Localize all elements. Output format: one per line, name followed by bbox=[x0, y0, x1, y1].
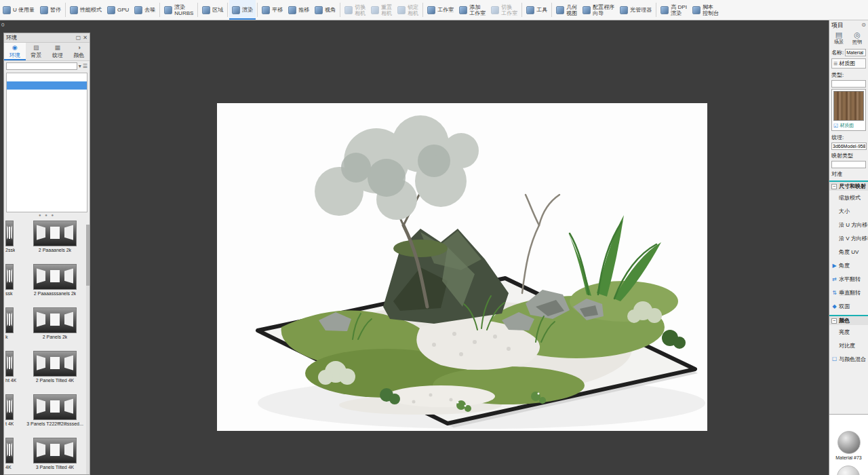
thumbnail-label: 2 Panels Tilted 4K bbox=[36, 378, 74, 383]
close-icon[interactable]: ✕ bbox=[83, 35, 87, 41]
environment-tab[interactable]: ▦ 纹理 bbox=[47, 43, 68, 60]
list-view-icon[interactable]: ☰ bbox=[83, 63, 87, 69]
thumbnail-item[interactable]: 3 Panels Tilted 4K bbox=[20, 436, 90, 475]
toolbar-item[interactable]: 性能模式 bbox=[67, 0, 104, 20]
project-nav-item[interactable]: ▤ 场景 bbox=[831, 31, 846, 45]
collapse-icon[interactable]: − bbox=[831, 318, 837, 324]
thumbnail-item-clipped[interactable]: k bbox=[4, 306, 20, 349]
section-size-mapping[interactable]: − 尺寸和映射 bbox=[829, 180, 868, 191]
project-nav: ▤ 场景 ◎ 照明 bbox=[829, 30, 868, 48]
toolbar-item[interactable]: 渲染 bbox=[229, 0, 256, 20]
hdri-thumbnail[interactable] bbox=[5, 264, 14, 290]
hdri-thumbnail[interactable] bbox=[5, 351, 14, 377]
hdri-thumbnail[interactable] bbox=[5, 307, 14, 333]
tree-row[interactable] bbox=[7, 73, 87, 81]
search-input[interactable] bbox=[6, 62, 77, 70]
toolbar-item[interactable]: 工作室 bbox=[425, 0, 456, 20]
property-row[interactable]: ⇄ 水平翻转 bbox=[829, 272, 868, 286]
scrollbar-thumb[interactable] bbox=[86, 225, 90, 286]
texture-name-input[interactable] bbox=[831, 142, 867, 150]
filter-icon[interactable]: ▾ bbox=[79, 63, 81, 69]
toolbar-item[interactable]: 去噪 bbox=[132, 0, 158, 20]
property-icon: ☐ bbox=[831, 356, 837, 362]
property-row[interactable]: ▶ 角度 bbox=[829, 259, 868, 272]
property-row[interactable]: 沿 V 方向移动 bbox=[829, 231, 868, 245]
collapse-icon[interactable]: − bbox=[831, 184, 837, 189]
toolbar-item[interactable]: 暂停 bbox=[37, 0, 64, 20]
environment-tree-list[interactable] bbox=[6, 73, 87, 212]
property-row[interactable]: ◆ 双面 bbox=[829, 299, 868, 313]
hdri-thumbnail[interactable] bbox=[5, 221, 14, 246]
material-graph-button[interactable]: ☰ 材质图 bbox=[831, 58, 866, 69]
render-viewport[interactable] bbox=[217, 103, 707, 431]
property-row[interactable]: 沿 U 方向移动 bbox=[829, 218, 868, 231]
property-row[interactable]: 角度 UV bbox=[829, 245, 868, 259]
toolbar-item[interactable]: 切换 工作室 bbox=[488, 0, 520, 20]
property-row[interactable]: ☐ 与颜色混合 bbox=[829, 352, 868, 366]
environment-tab[interactable]: ◉ 环境 bbox=[4, 43, 26, 60]
thumbnail-item[interactable]: 2 Paaaanels 2k bbox=[20, 219, 90, 263]
environment-tab[interactable]: ◑ 颜色 bbox=[68, 43, 90, 60]
toolbar-item[interactable]: 切换 相机 bbox=[342, 0, 368, 20]
toolbar-item-icon bbox=[660, 6, 669, 14]
section-color[interactable]: − 颜色 bbox=[829, 315, 868, 325]
thumbnail-item[interactable]: 2 Panels 2k bbox=[20, 306, 90, 349]
toolbar-item[interactable]: 配置程序 向导 bbox=[580, 0, 617, 20]
hdri-thumbnail[interactable] bbox=[33, 351, 77, 377]
property-row[interactable]: 大小 bbox=[829, 204, 868, 218]
toolbar-item[interactable]: 工具 bbox=[524, 0, 550, 20]
thumbnail-item-clipped[interactable]: t 4K bbox=[4, 393, 20, 436]
toolbar-item[interactable]: 锁定 相机 bbox=[395, 0, 421, 20]
toolbar-item[interactable]: 添加 工作室 bbox=[456, 0, 488, 20]
hdri-thumbnail[interactable] bbox=[33, 438, 77, 463]
hdri-thumbnail[interactable] bbox=[5, 438, 14, 463]
toolbar-item[interactable]: 视角 bbox=[312, 0, 338, 20]
thumbnail-item[interactable]: 2 Paaaasssanels 2k bbox=[20, 263, 90, 306]
toolbar-item[interactable]: 推移 bbox=[285, 0, 312, 20]
thumbnail-item-clipped[interactable]: 2ssk bbox=[4, 219, 20, 263]
texture-preview[interactable]: ☑ 材质图 bbox=[831, 89, 866, 131]
material-item[interactable]: Material #68 M... bbox=[831, 466, 866, 475]
hdri-thumbnail[interactable] bbox=[33, 307, 77, 333]
environment-tab[interactable]: ▨ 背景 bbox=[26, 43, 47, 60]
pin-icon[interactable]: ⊙ bbox=[861, 22, 866, 28]
tree-row-selected[interactable] bbox=[7, 81, 87, 90]
toolbar-item[interactable]: 脚本 控制台 bbox=[690, 0, 722, 20]
scrollbar[interactable] bbox=[86, 225, 90, 474]
toolbar-item[interactable]: 高 DPI 渲染 bbox=[658, 0, 690, 20]
material-name-input[interactable] bbox=[845, 49, 866, 56]
dock-icon[interactable]: ▢ bbox=[76, 35, 81, 41]
toolbar-item[interactable]: 渲染 NURBS bbox=[161, 0, 196, 20]
property-row[interactable]: ⇅ 垂直翻转 bbox=[829, 286, 868, 299]
toolbar-item[interactable]: 几何 视图 bbox=[553, 0, 580, 20]
toolbar-item[interactable]: U 使用量 bbox=[0, 0, 37, 20]
thumbnail-item-clipped[interactable]: 4K bbox=[4, 436, 20, 475]
thumbnail-item[interactable]: 2 Panels Tilted 4K bbox=[20, 349, 90, 393]
toolbar-item[interactable]: 区域 bbox=[199, 0, 226, 20]
thumbnail-item-clipped[interactable]: ssk bbox=[4, 263, 20, 306]
toolbar-item[interactable]: 重置 相机 bbox=[368, 0, 395, 20]
toolbar-item[interactable]: 光管理器 bbox=[617, 0, 654, 20]
toolbar-item[interactable]: GPU bbox=[104, 0, 132, 20]
thumbnail-item-clipped[interactable]: ht 4K bbox=[4, 349, 20, 393]
checked-checkbox-icon[interactable]: ☑ bbox=[833, 123, 838, 129]
property-row[interactable]: 缩放模式 bbox=[829, 191, 868, 204]
thumbnail-item[interactable]: 3 Panels T222fff2iltsssed... bbox=[20, 393, 90, 436]
hdri-thumbnail[interactable] bbox=[33, 394, 77, 420]
material-item[interactable]: Material #73 bbox=[835, 431, 862, 460]
type-select[interactable] bbox=[831, 80, 866, 88]
toolbar-item[interactable]: 平移 bbox=[259, 0, 285, 20]
texture-map-row[interactable]: ☑ 材质图 bbox=[833, 122, 864, 129]
hdri-thumbnail[interactable] bbox=[5, 394, 14, 420]
property-label: 缩放模式 bbox=[839, 194, 861, 202]
splitter-handle[interactable]: ● ● ● bbox=[4, 212, 90, 219]
property-row[interactable]: 亮度 bbox=[829, 325, 868, 339]
tab-icon: ▦ bbox=[54, 45, 60, 51]
mapping-type-select[interactable] bbox=[831, 161, 866, 168]
hdri-thumbnail[interactable] bbox=[33, 264, 77, 290]
hdri-thumbnail[interactable] bbox=[33, 221, 77, 246]
thumbnail-label: 2 Panels 2k bbox=[43, 335, 68, 339]
panel-title: 项目 bbox=[831, 21, 861, 30]
project-nav-item[interactable]: ◎ 照明 bbox=[850, 31, 865, 45]
property-row[interactable]: 对比度 bbox=[829, 339, 868, 352]
